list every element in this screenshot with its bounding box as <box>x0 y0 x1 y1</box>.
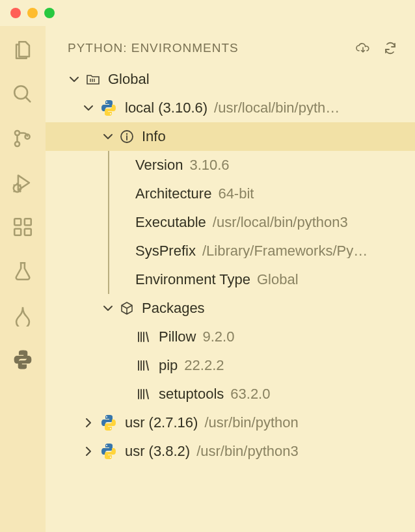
activity-extensions[interactable] <box>10 215 35 239</box>
packages-label: Packages <box>142 301 205 315</box>
panel-title: PYTHON: ENVIRONMENTS <box>68 41 343 55</box>
info-sysprefix[interactable]: SysPrefix /Library/Frameworks/Py… <box>46 237 415 265</box>
activity-run-debug[interactable] <box>10 170 35 195</box>
tree-root-global[interactable]: Global <box>46 65 415 94</box>
info-envtype[interactable]: Environment Type Global <box>46 265 415 294</box>
env-local[interactable]: local (3.10.6) /usr/local/bin/pyth… <box>46 94 415 122</box>
chevron-right-icon <box>82 416 95 429</box>
env-version: (2.7.16) <box>149 416 198 430</box>
python-icon <box>99 98 118 118</box>
books-icon <box>135 357 152 374</box>
chevron-down-icon <box>101 130 114 143</box>
env-path: /usr/local/bin/pyth… <box>214 101 340 115</box>
download-icon[interactable] <box>355 40 371 56</box>
python-icon <box>99 413 118 432</box>
package-item[interactable]: setuptools 63.2.0 <box>46 380 415 408</box>
refresh-icon[interactable] <box>382 40 398 56</box>
folder-library-icon <box>85 71 101 88</box>
env-info-node[interactable]: Info <box>46 122 415 151</box>
chevron-down-icon <box>82 101 95 114</box>
panel-header: PYTHON: ENVIRONMENTS <box>46 26 415 65</box>
books-icon <box>135 386 152 403</box>
env-usr-2716[interactable]: usr (2.7.16) /usr/bin/python <box>46 408 415 437</box>
info-executable[interactable]: Executable /usr/local/bin/python3 <box>46 208 415 237</box>
activity-bar <box>0 26 46 532</box>
chevron-right-icon <box>82 445 95 458</box>
package-icon <box>118 300 135 317</box>
info-label: Info <box>142 129 166 144</box>
activity-mongo[interactable] <box>10 303 35 328</box>
env-name: usr <box>125 444 145 459</box>
books-icon <box>135 328 152 345</box>
tree-root-label: Global <box>108 72 150 86</box>
env-path: /usr/bin/python <box>204 416 298 430</box>
env-name: local <box>125 101 154 115</box>
env-path: /usr/bin/python3 <box>196 444 299 459</box>
info-icon <box>118 128 135 145</box>
env-name: usr <box>125 416 145 430</box>
activity-python[interactable] <box>10 347 35 372</box>
window-minimize[interactable] <box>27 8 38 18</box>
environments-tree: Global local (3.10.6) /usr/local/bin/pyt… <box>46 65 415 532</box>
activity-source-control[interactable] <box>10 126 35 151</box>
info-version[interactable]: Version 3.10.6 <box>46 151 415 180</box>
activity-testing[interactable] <box>10 259 35 284</box>
activity-search[interactable] <box>10 82 35 107</box>
activity-explorer[interactable] <box>10 38 35 62</box>
window-zoom[interactable] <box>44 8 55 18</box>
python-icon <box>99 442 118 461</box>
package-item[interactable]: pip 22.2.2 <box>46 351 415 380</box>
info-architecture[interactable]: Architecture 64-bit <box>46 180 415 208</box>
chevron-down-icon <box>68 73 81 86</box>
titlebar <box>0 0 415 26</box>
package-item[interactable]: Pillow 9.2.0 <box>46 323 415 351</box>
env-usr-382[interactable]: usr (3.8.2) /usr/bin/python3 <box>46 437 415 466</box>
chevron-down-icon <box>101 302 114 315</box>
env-version: (3.10.6) <box>158 101 208 115</box>
window-close[interactable] <box>10 8 21 18</box>
sidebar: PYTHON: ENVIRONMENTS Global local (3.10.… <box>46 26 415 532</box>
env-packages-node[interactable]: Packages <box>46 294 415 323</box>
env-version: (3.8.2) <box>149 444 191 459</box>
